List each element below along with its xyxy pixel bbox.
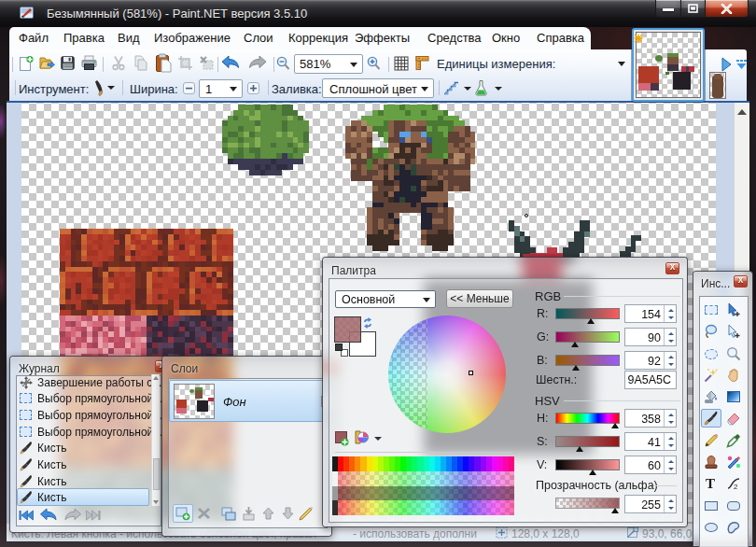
svg-text:2: 2 bbox=[734, 483, 738, 491]
